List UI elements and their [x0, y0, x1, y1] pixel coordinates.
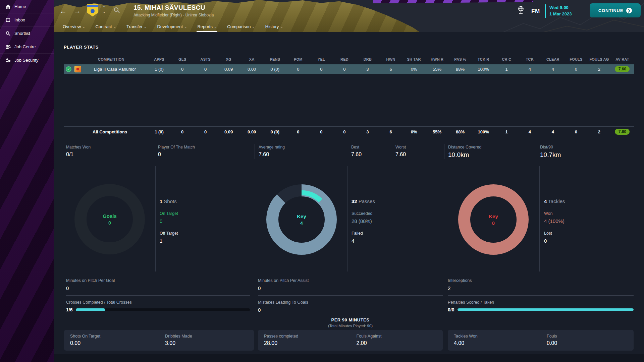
club-crest[interactable]: [87, 4, 98, 16]
detail-stats-column-right: Interceptions 2 Penalties Scored / Taken…: [448, 278, 634, 312]
fm-logo[interactable]: FM: [531, 8, 540, 15]
stat-cell: 0: [310, 129, 333, 134]
player-position-club: Attacking Midfielder (Right) - Unirea Sl…: [133, 13, 214, 17]
column-header[interactable]: XA: [240, 57, 263, 61]
column-header[interactable]: HWN R: [426, 57, 449, 61]
passes-donut-label: Key: [297, 214, 306, 219]
clock-date: 1 Mar 2023: [549, 11, 572, 17]
column-header[interactable]: CLEAR: [541, 57, 565, 61]
column-header[interactable]: ASTS: [194, 57, 217, 61]
stat-cell: 1: [495, 129, 518, 134]
column-header[interactable]: HWN: [379, 57, 402, 61]
stat-cell: 0: [194, 129, 217, 134]
column-header[interactable]: CR C: [495, 57, 518, 61]
tackles-donut-value: 0: [492, 221, 495, 226]
per90-card-shooting: Shots On Target0.00 Dribbles Made3.00: [64, 330, 254, 351]
column-header[interactable]: PENS: [263, 57, 286, 61]
sidebar-item-job-centre[interactable]: Job Centre: [0, 40, 54, 54]
stat-cell: 55%: [426, 67, 449, 72]
chevron-down-icon: ⌄: [214, 25, 217, 29]
column-header[interactable]: TCK R: [472, 57, 495, 61]
sidebar-item-inbox[interactable]: Inbox: [0, 13, 54, 27]
column-header[interactable]: APPS: [148, 57, 171, 61]
stat-cell: 88%: [449, 129, 472, 134]
stat-cell: 0: [333, 67, 356, 72]
summary-best-rating: Best7.60: [351, 145, 362, 158]
tab-history[interactable]: History⌄: [265, 24, 284, 32]
sidebar-item-shortlist[interactable]: Shortlist: [0, 27, 54, 40]
stat-cell: 4: [518, 129, 541, 134]
chevron-down-icon: ⌄: [144, 25, 147, 29]
stat-cell: 1 (0): [148, 67, 171, 72]
column-header[interactable]: XG: [217, 57, 240, 61]
rating-badge: 7.60: [615, 129, 630, 135]
sidebar-item-job-security[interactable]: Job Security: [0, 54, 54, 67]
column-header[interactable]: RED: [333, 57, 356, 61]
total-row-label: All Competitions: [93, 129, 127, 134]
column-header[interactable]: POM: [286, 57, 310, 61]
column-header[interactable]: PAS %: [449, 57, 472, 61]
back-button[interactable]: ←: [60, 6, 67, 16]
stat-cell: 4: [518, 67, 541, 72]
stat-cell: 1 (0): [148, 129, 171, 134]
column-header[interactable]: GLS: [171, 57, 194, 61]
header-purple-stripes: [373, 0, 533, 3]
tackles-stat-group: 4Tackles Won4 (100%) Lost0: [544, 198, 628, 244]
search-icon: [5, 31, 11, 36]
column-header[interactable]: FOULS AG: [588, 57, 611, 61]
column-header[interactable]: TCK: [518, 57, 541, 61]
passes-donut-value: 4: [300, 221, 303, 226]
stat-cell: 0: [565, 129, 588, 134]
stat-cell: 0.00: [240, 129, 263, 134]
sidebar-item-home[interactable]: Home: [0, 0, 54, 13]
tab-comparison[interactable]: Comparison⌄: [226, 24, 255, 32]
table-row-competition[interactable]: ✓ Liga II Casa Pariurilor 1 (0) 0 0 0.09…: [64, 64, 634, 74]
continue-button[interactable]: CONTINUE ❯: [590, 3, 641, 17]
per90-card-defending: Tackles Won4.00 Fouls0.00: [448, 330, 634, 351]
column-header[interactable]: AV RAT: [611, 57, 634, 61]
clock-day-time: Wed 9:00: [549, 4, 572, 11]
stat-cell: 4: [541, 129, 565, 134]
selected-check-icon: ✓: [66, 66, 71, 72]
page-title-player-name: 15. MIHAI SĂVULESCU: [133, 4, 205, 11]
tab-contract[interactable]: Contract⌄: [95, 24, 117, 32]
stat-cell: 0: [333, 129, 356, 134]
divider: [444, 144, 444, 159]
stat-cell: 6: [379, 129, 402, 134]
clock-accent-bar: [545, 4, 546, 18]
stat-cell: 4: [541, 67, 565, 72]
column-header[interactable]: SH TAR: [402, 57, 426, 61]
stat-cell: 3: [356, 67, 379, 72]
club-switch-chevrons[interactable]: ⌃⌄: [103, 5, 106, 14]
search-icon[interactable]: [113, 7, 120, 15]
penalties-progress-bar: [458, 308, 634, 311]
tackles-donut-label: Key: [489, 214, 498, 219]
stat-cell: 0: [286, 67, 310, 72]
stat-cell: 0: [565, 67, 588, 72]
bottom-strip: [54, 354, 644, 362]
stat-cell: 2: [588, 67, 611, 72]
tab-reports[interactable]: Reports⌄: [197, 24, 217, 32]
stat-cell: 0%: [402, 67, 426, 72]
column-header[interactable]: COMPETITION: [64, 57, 148, 61]
stat-cell: 0: [286, 129, 310, 134]
stat-cell: 3: [356, 129, 379, 134]
tab-development[interactable]: Development⌄: [156, 24, 187, 32]
summary-distance-per-90: Dist/9010.7km: [540, 145, 561, 159]
summary-average-rating: Average rating7.60: [259, 145, 285, 158]
tab-overview[interactable]: Overview⌄: [62, 24, 86, 32]
column-header[interactable]: DRB: [356, 57, 379, 61]
main-panel: ← → ⌃⌄ 15. MIHAI SĂVULESCU Attacking Mid…: [54, 0, 644, 362]
forward-button[interactable]: →: [74, 6, 81, 16]
column-header[interactable]: YEL: [310, 57, 333, 61]
goals-donut-value: 0: [108, 220, 111, 226]
sidebar-item-label: Shortlist: [14, 31, 30, 36]
tab-transfer[interactable]: Transfer⌄: [126, 24, 147, 32]
column-header[interactable]: FOULS: [565, 57, 588, 61]
detail-stats-column-left: Minutes on Pitch Per Goal 0 Crosses Comp…: [66, 278, 250, 312]
competition-logo-icon: [74, 66, 81, 72]
player-tab-bar: Overview⌄ Contract⌄ Transfer⌄ Developmen…: [62, 24, 284, 32]
divider: [347, 166, 347, 272]
stat-cell: 100%: [472, 67, 495, 72]
summary-player-of-the-match: Player Of The Match0: [158, 145, 195, 158]
